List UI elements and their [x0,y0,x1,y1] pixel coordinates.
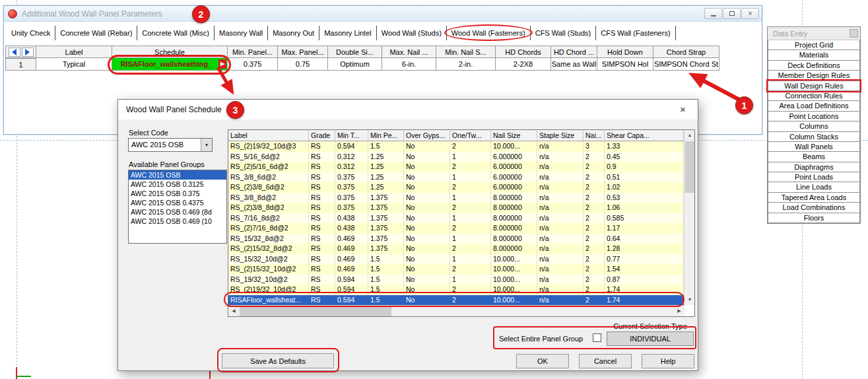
column-header-schedule[interactable]: Schedule [112,46,228,58]
tab-unity-check[interactable]: Unity Check [7,26,55,40]
data-entry-item-beams[interactable]: Beams [768,151,860,162]
cell-double-si[interactable]: Optimum [328,58,382,71]
data-entry-header[interactable]: Data Entry [768,27,860,40]
cell-min-nail-s[interactable]: 2-in. [436,58,496,71]
window-titlebar[interactable]: Additional Wood Wall Panel Parameters × [4,6,762,22]
schedule-row-rs-2-3-8-6d-2[interactable]: RS_(2)3/8_6d@2RS0.3751.25No26.000000n/a2… [228,182,694,193]
panel-menu-button[interactable] [850,29,858,38]
schedule-row-rs-2-15-32-8d-2[interactable]: RS_(2)15/32_8d@2RS0.4691.375No28.000000n… [228,244,694,254]
column-header-chord-strap[interactable]: Chord Strap [653,46,719,58]
cell-hd-chords[interactable]: 2-2X8 [496,58,551,71]
scroll-left-button[interactable]: ◀ [228,306,239,316]
column-header-max-panel[interactable]: Max. Panel... [278,46,328,58]
data-entry-item-area-load-definitions[interactable]: Area Load Definitions [768,100,860,111]
tab-masonry-out[interactable]: Masonry Out [268,26,319,40]
close-button[interactable]: × [741,8,759,19]
schedule-column-nai[interactable]: Nai... [584,130,605,141]
schedule-row-rs-2-7-16-8d-2[interactable]: RS_(2)7/16_8d@2RS0.4381.375No28.000000n/… [228,223,694,234]
schedule-row-rs-5-16-6d-2[interactable]: RS_5/16_6d@2RS0.3121.25No16.000000n/a20.… [228,152,694,162]
schedule-column-label[interactable]: Label [228,130,309,141]
cell-hd-chord[interactable]: Same as Wall [551,58,597,71]
panel-groups-listbox[interactable]: AWC 2015 OSBAWC 2015 OSB 0.3125AWC 2015 … [128,170,227,244]
tab-concrete-wall-misc[interactable]: Concrete Wall (Misc) [137,26,215,40]
cancel-button[interactable]: Cancel [579,354,632,368]
cell-label[interactable]: Typical [36,58,112,71]
schedule-column-min-t[interactable]: Min T... [335,130,368,141]
schedule-row-rs-19-32-10d-2[interactable]: RS_19/32_10d@2RS0.5941.5No110.000...n/a2… [228,275,694,285]
data-entry-item-load-combinations[interactable]: Load Combinations [768,202,860,213]
cell-hold-down[interactable]: SIMPSON Hol [597,58,653,71]
data-entry-item-line-loads[interactable]: Line Loads [768,182,860,192]
data-entry-item-diaphragms[interactable]: Diaphragms [768,162,860,172]
panel-group-option-awc-2015-osb-0-3125[interactable]: AWC 2015 OSB 0.3125 [129,180,226,189]
tab-wood-wall-fasteners[interactable]: Wood Wall (Fasteners) [447,26,531,40]
prev-record-button[interactable] [9,48,20,57]
vertical-scrollbar[interactable]: ▲ ▼ [684,130,694,305]
select-entire-group-checkbox[interactable] [593,333,601,342]
data-entry-item-point-locations[interactable]: Point Locations [768,111,860,121]
column-header-label[interactable]: Label [36,46,112,58]
panel-group-option-awc-2015-osb[interactable]: AWC 2015 OSB [129,170,226,180]
data-entry-item-floors[interactable]: Floors [768,213,860,223]
schedule-column-over-gyps[interactable]: Over Gyps... [404,130,450,141]
data-entry-item-tapered-area-loads[interactable]: Tapered Area Loads [768,192,860,203]
tab-masonry-wall[interactable]: Masonry Wall [215,26,268,40]
schedule-row-risafloor-wallsheat[interactable]: RISAFloor_wallsheat...RS0.5941.5No210.00… [228,295,694,306]
schedule-row-rs-2-15-32-10d-2[interactable]: RS_(2)15/32_10d@2RS0.4691.5No210.000...n… [228,264,694,275]
select-code-dropdown[interactable]: AWC 2015 OSB ▼ [128,138,213,152]
dialog-close-button[interactable]: × [668,100,698,120]
schedule-row-rs-3-8-8d-2[interactable]: RS_3/8_8d@2RS0.3751.375No18.000000n/a20.… [228,193,694,203]
horizontal-scroll-thumb[interactable] [240,306,391,316]
data-entry-item-column-stacks[interactable]: Column Stacks [768,131,860,142]
data-entry-item-columns[interactable]: Columns [768,121,860,131]
cell-min-panel[interactable]: 0.375 [228,58,278,71]
data-entry-item-wall-panels[interactable]: Wall Panels [768,141,860,152]
schedule-row-rs-15-32-8d-2[interactable]: RS_15/32_8d@2RS0.4691.375No18.000000n/a2… [228,234,694,244]
minimize-button[interactable] [704,8,722,19]
schedule-column-grade[interactable]: Grade [309,130,335,141]
ok-button[interactable]: OK [516,354,569,368]
restore-button[interactable] [723,8,741,19]
schedule-row-rs-7-16-8d-2[interactable]: RS_7/16_8d@2RS0.4381.375No18.000000n/a20… [228,213,694,224]
next-record-button[interactable] [22,48,34,57]
horizontal-scrollbar[interactable]: ◀ ▶ [228,305,684,316]
column-header-max-nail[interactable]: Max. Nail ... [382,46,436,58]
column-header-min-nail-s[interactable]: Min. Nail S... [436,46,496,58]
tab-concrete-wall-rebar[interactable]: Concrete Wall (Rebar) [55,26,137,40]
schedule-row-rs-2-19-32-10d-3[interactable]: RS_(2)19/32_10d@3RS0.5941.5No210.000...n… [228,141,694,152]
data-entry-item-deck-definitions[interactable]: Deck Definitions [768,60,860,71]
help-button[interactable]: Help [642,354,694,368]
schedule-cell[interactable]: RISAFloor_wallsheathing_▶ [112,58,228,71]
column-header-hd-chord[interactable]: HD Chord ... [551,46,597,58]
panel-group-option-awc-2015-osb-0-469-10[interactable]: AWC 2015 OSB 0.469 (10 [129,217,226,226]
schedule-row-rs-3-8-6d-2[interactable]: RS_3/8_6d@2RS0.3751.25No16.000000n/a20.5… [228,172,694,183]
schedule-column-nail-size[interactable]: Nail Size [491,130,537,141]
data-entry-item-connection-rules[interactable]: Connection Rules [768,90,860,101]
tab-masonry-lintel[interactable]: Masonry Lintel [319,26,377,40]
cell-chord-strap[interactable]: SIMPSON Chord St [653,58,719,71]
tab-cfs-wall-fasteners[interactable]: CFS Wall (Fasteners) [596,26,675,40]
schedule-row-rs-2-5-16-6d-2[interactable]: RS_(2)5/16_6d@2RS0.3121.25No26.000000n/a… [228,162,694,172]
cell-max-nail[interactable]: 6-in. [382,58,436,71]
schedule-column-one-tw[interactable]: One/Tw... [450,130,491,141]
data-entry-item-materials[interactable]: Materials [768,50,860,60]
panel-group-option-awc-2015-osb-0-4375[interactable]: AWC 2015 OSB 0.4375 [129,198,226,207]
schedule-row-rs-15-32-10d-2[interactable]: RS_15/32_10d@2RS0.4691.5No110.000...n/a2… [228,254,694,265]
schedule-column-staple-size[interactable]: Staple Size [537,130,584,141]
column-header-hd-chords[interactable]: HD Chords [496,46,551,58]
scroll-down-button[interactable]: ▼ [684,294,695,305]
schedule-column-shear-capa[interactable]: Shear Capa... [605,130,684,141]
column-header-double-si[interactable]: Double Si... [328,46,382,58]
schedule-row-rs-2-3-8-8d-2[interactable]: RS_(2)3/8_8d@2RS0.3751.375No28.000000n/a… [228,203,694,213]
data-entry-item-wall-design-rules[interactable]: Wall Design Rules [768,81,860,91]
panel-group-option-awc-2015-osb-0-375[interactable]: AWC 2015 OSB 0.375 [129,189,226,198]
scroll-right-button[interactable]: ▶ [674,306,684,316]
tab-cfs-wall-studs[interactable]: CFS Wall (Studs) [531,26,597,40]
tab-wood-wall-studs[interactable]: Wood Wall (Studs) [377,26,447,40]
scroll-up-button[interactable]: ▲ [684,130,695,141]
cell-max-panel[interactable]: 0.75 [278,58,328,71]
save-as-defaults-button[interactable]: Save As Defaults [222,353,334,368]
dialog-titlebar[interactable]: Wood Wall Panel Schedule × [118,100,698,120]
column-header-hold-down[interactable]: Hold Down [597,46,653,58]
dropdown-arrow-icon[interactable]: ▼ [201,139,212,151]
